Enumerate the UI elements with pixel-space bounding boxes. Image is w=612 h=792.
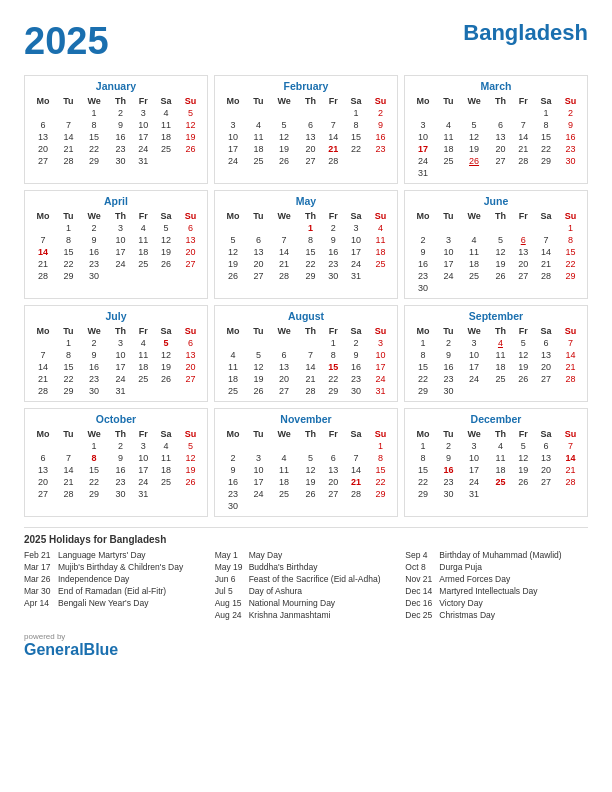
- cal-cell: 4: [154, 107, 178, 119]
- cal-cell: 20: [534, 464, 558, 476]
- cal-cell: 6: [270, 349, 299, 361]
- cal-cell: 28: [558, 373, 583, 385]
- cal-cell: 6: [29, 119, 57, 131]
- cal-cell: 29: [57, 270, 79, 282]
- cal-cell: 15: [409, 464, 437, 476]
- holiday-date: Mar 26: [24, 574, 54, 584]
- cal-cell: 30: [219, 500, 247, 512]
- cal-cell: 8: [409, 452, 437, 464]
- cal-cell: 30: [80, 385, 109, 397]
- cal-cell: 15: [57, 361, 79, 373]
- cal-cell: [322, 500, 344, 512]
- cal-cell: 25: [437, 155, 459, 167]
- cal-cell: 13: [247, 246, 269, 258]
- cal-cell: 5: [178, 107, 203, 119]
- cal-cell: 16: [437, 464, 459, 476]
- cal-cell: 23: [437, 476, 459, 488]
- cal-cell: 17: [132, 464, 154, 476]
- cal-cell: 8: [368, 452, 393, 464]
- cal-cell: 14: [534, 246, 558, 258]
- cal-cell: 9: [409, 246, 437, 258]
- cal-cell: 20: [299, 143, 323, 155]
- holiday-name: Buddha's Birthday: [249, 562, 318, 572]
- cal-cell: 15: [57, 246, 79, 258]
- cal-cell: [344, 155, 368, 167]
- cal-cell: [322, 440, 344, 452]
- cal-cell: 26: [489, 270, 513, 282]
- cal-cell: 17: [460, 464, 489, 476]
- cal-cell: [154, 155, 178, 167]
- cal-cell: 1: [322, 337, 344, 349]
- cal-cell: 9: [109, 119, 133, 131]
- month-title: October: [29, 413, 203, 425]
- cal-cell: 11: [154, 452, 178, 464]
- cal-cell: 31: [344, 270, 368, 282]
- month-february: FebruaryMoTuWeThFrSaSu123456789101112131…: [214, 75, 398, 184]
- holiday-date: Dec 14: [405, 586, 435, 596]
- cal-cell: 28: [29, 385, 57, 397]
- list-item: Dec 25Christmas Day: [405, 610, 588, 620]
- cal-cell: 30: [409, 282, 437, 294]
- cal-cell: 9: [344, 349, 368, 361]
- month-november: NovemberMoTuWeThFrSaSu123456789101112131…: [214, 408, 398, 517]
- cal-cell: 13: [534, 349, 558, 361]
- holiday-name: Language Martyrs' Day: [58, 550, 146, 560]
- cal-cell: 25: [154, 143, 178, 155]
- cal-cell: 27: [178, 258, 203, 270]
- cal-cell: [534, 222, 558, 234]
- cal-cell: 16: [109, 464, 133, 476]
- month-october: OctoberMoTuWeThFrSaSu1234567891011121314…: [24, 408, 208, 517]
- list-item: May 19Buddha's Birthday: [215, 562, 398, 572]
- cal-cell: 28: [512, 155, 534, 167]
- cal-cell: 2: [558, 107, 583, 119]
- cal-cell: 14: [512, 131, 534, 143]
- cal-cell: 20: [247, 258, 269, 270]
- cal-cell: 7: [534, 234, 558, 246]
- cal-cell: 22: [80, 143, 109, 155]
- cal-cell: 16: [437, 361, 459, 373]
- cal-cell: [219, 107, 247, 119]
- cal-cell: 9: [322, 234, 344, 246]
- cal-cell: 25: [368, 258, 393, 270]
- holiday-name: Day of Ashura: [249, 586, 302, 596]
- cal-cell: 14: [299, 361, 323, 373]
- cal-cell: 18: [270, 476, 299, 488]
- cal-cell: 30: [344, 385, 368, 397]
- cal-cell: 3: [247, 452, 269, 464]
- cal-cell: 7: [270, 234, 299, 246]
- cal-cell: [219, 440, 247, 452]
- cal-cell: 23: [437, 373, 459, 385]
- cal-cell: 8: [322, 349, 344, 361]
- cal-cell: 10: [460, 452, 489, 464]
- cal-cell: 11: [132, 349, 154, 361]
- holiday-name: Mujib's Birthday & Children's Day: [58, 562, 183, 572]
- cal-cell: 20: [489, 143, 513, 155]
- cal-cell: [460, 282, 489, 294]
- cal-cell: 23: [322, 258, 344, 270]
- cal-cell: 3: [437, 234, 459, 246]
- cal-cell: 6: [299, 119, 323, 131]
- cal-cell: [270, 107, 299, 119]
- cal-cell: 13: [29, 131, 57, 143]
- holiday-date: Dec 16: [405, 598, 435, 608]
- cal-cell: 1: [558, 222, 583, 234]
- list-item: Dec 16Victory Day: [405, 598, 588, 608]
- footer: powered by GeneralBlue: [24, 632, 588, 659]
- cal-cell: 12: [299, 464, 323, 476]
- cal-cell: 29: [409, 488, 437, 500]
- cal-cell: 28: [270, 270, 299, 282]
- cal-cell: 21: [344, 476, 368, 488]
- cal-cell: 29: [57, 385, 79, 397]
- cal-cell: 26: [178, 143, 203, 155]
- cal-cell: 29: [80, 155, 109, 167]
- list-item: Sep 4Birthday of Muhammad (Mawlid): [405, 550, 588, 560]
- cal-cell: 21: [29, 258, 57, 270]
- month-title: November: [219, 413, 393, 425]
- holiday-date: Mar 30: [24, 586, 54, 596]
- cal-cell: 5: [219, 234, 247, 246]
- cal-cell: [132, 385, 154, 397]
- cal-cell: [368, 270, 393, 282]
- cal-cell: [368, 155, 393, 167]
- cal-cell: [247, 337, 269, 349]
- cal-cell: 9: [437, 452, 459, 464]
